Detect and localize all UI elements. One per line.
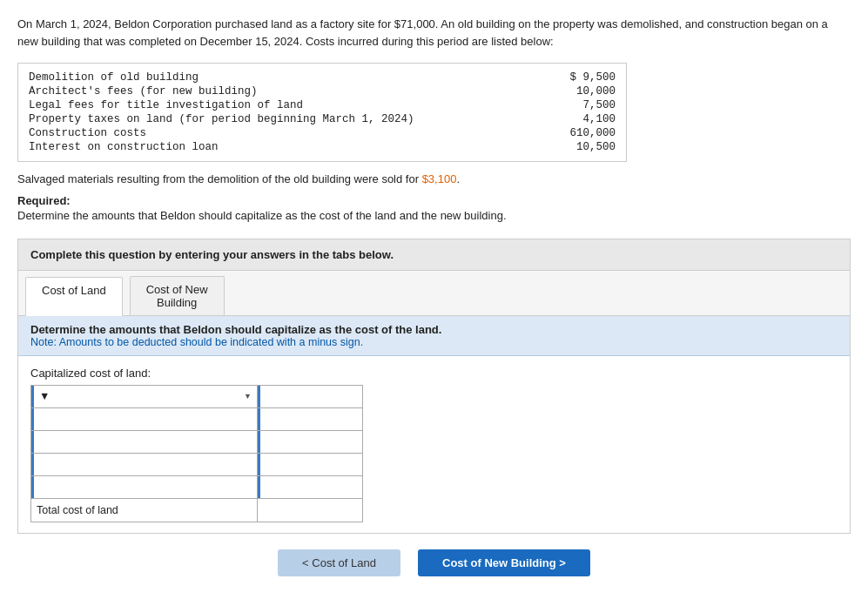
- cap-cell-left-3[interactable]: [31, 454, 258, 475]
- cost-item-label-1: Architect's fees (for new building): [29, 85, 537, 98]
- cost-item-row-4: Construction costs 610,000: [29, 126, 616, 140]
- total-value-cell[interactable]: [258, 499, 362, 522]
- cost-item-value-3: 4,100: [537, 113, 616, 125]
- cost-item-row-5: Interest on construction loan 10,500: [29, 140, 616, 154]
- cost-item-value-5: 10,500: [537, 141, 616, 153]
- cap-cell-right-0[interactable]: [258, 386, 362, 407]
- tab-desc-main: Determine the amounts that Beldon should…: [30, 323, 838, 336]
- cost-item-row-0: Demolition of old building $ 9,500: [29, 71, 616, 84]
- cap-total-row: Total cost of land: [31, 499, 362, 522]
- back-button[interactable]: Cost of Land: [278, 549, 400, 576]
- cap-cell-left-4[interactable]: [31, 476, 258, 498]
- tabs-container: Cost of Land Cost of NewBuilding Determi…: [17, 271, 851, 534]
- capitalized-section: Capitalized cost of land: ▼: [18, 356, 850, 533]
- salvage-after: .: [456, 172, 460, 185]
- intro-text: On March 1, 2024, Beldon Corporation pur…: [17, 16, 851, 50]
- cap-cell-left-0[interactable]: ▼: [31, 386, 258, 407]
- cap-dropdown-icon-0: ▼: [39, 390, 50, 402]
- cost-item-row-3: Property taxes on land (for period begin…: [29, 112, 616, 126]
- cost-item-label-4: Construction costs: [29, 127, 537, 139]
- cap-row-2: [31, 431, 362, 454]
- salvage-before: Salvaged materials resulting from the de…: [17, 172, 422, 185]
- tab-cost-of-land[interactable]: Cost of Land: [25, 277, 123, 316]
- cost-item-label-0: Demolition of old building: [29, 71, 537, 84]
- tabs-row: Cost of Land Cost of NewBuilding: [18, 271, 850, 316]
- cap-row-3: [31, 454, 362, 476]
- cost-item-value-4: 610,000: [537, 127, 616, 139]
- cap-row-0: ▼: [31, 386, 362, 408]
- back-chevron-icon: [302, 556, 312, 569]
- back-label: Cost of Land: [312, 556, 376, 569]
- cap-cell-left-1[interactable]: [31, 408, 258, 430]
- cost-item-row-2: Legal fees for title investigation of la…: [29, 98, 616, 112]
- salvage-text: Salvaged materials resulting from the de…: [17, 172, 851, 185]
- tab-desc-note: Note: Amounts to be deducted should be i…: [30, 336, 838, 348]
- cost-items-table: Demolition of old building $ 9,500 Archi…: [17, 63, 627, 162]
- required-section: Required: Determine the amounts that Bel…: [17, 194, 851, 225]
- cost-item-label-3: Property taxes on land (for period begin…: [29, 113, 537, 125]
- salvage-amount: $3,100: [422, 172, 457, 185]
- cap-row-1: [31, 408, 362, 431]
- instruction-box: Complete this question by entering your …: [17, 239, 851, 271]
- cap-grid: ▼: [30, 385, 363, 522]
- cap-cell-right-4[interactable]: [258, 476, 362, 498]
- total-label: Total cost of land: [37, 504, 118, 516]
- cost-item-value-0: $ 9,500: [537, 71, 616, 84]
- next-label: Cost of New Building: [442, 556, 556, 569]
- cap-row-4: [31, 476, 362, 499]
- tab-content: Determine the amounts that Beldon should…: [18, 316, 850, 533]
- tab-cost-of-new-building[interactable]: Cost of NewBuilding: [130, 276, 225, 315]
- cap-cell-right-3[interactable]: [258, 454, 362, 475]
- total-label-cell: Total cost of land: [31, 499, 258, 522]
- tab-description: Determine the amounts that Beldon should…: [18, 316, 850, 356]
- cost-item-value-1: 10,000: [537, 85, 616, 98]
- capitalized-label: Capitalized cost of land:: [30, 367, 838, 380]
- cost-item-label-5: Interest on construction loan: [29, 141, 537, 153]
- cost-item-label-2: Legal fees for title investigation of la…: [29, 99, 537, 111]
- instruction-text: Complete this question by entering your …: [30, 248, 394, 261]
- cap-cell-right-2[interactable]: [258, 431, 362, 453]
- required-text: Determine the amounts that Beldon should…: [17, 207, 851, 225]
- cost-item-value-2: 7,500: [537, 99, 616, 111]
- cost-item-row-1: Architect's fees (for new building) 10,0…: [29, 84, 616, 98]
- bottom-nav: Cost of Land Cost of New Building: [17, 549, 851, 576]
- next-chevron-icon: [556, 556, 566, 569]
- required-label: Required:: [17, 194, 851, 207]
- next-button[interactable]: Cost of New Building: [418, 549, 590, 576]
- cap-cell-left-2[interactable]: [31, 431, 258, 453]
- cap-cell-right-1[interactable]: [258, 408, 362, 430]
